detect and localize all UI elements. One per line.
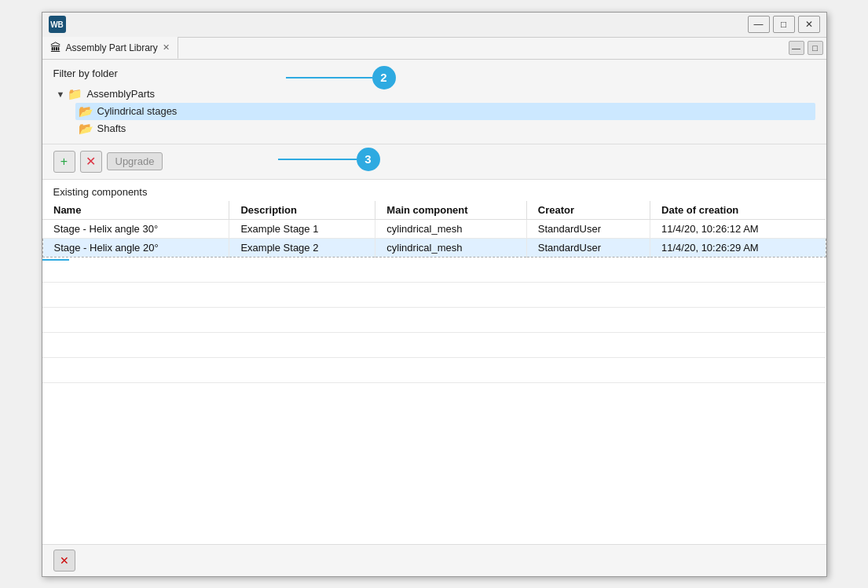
row2-date: 11/4/20, 10:26:29 AM: [650, 238, 826, 257]
add-button[interactable]: +: [53, 151, 75, 173]
bottom-close-button[interactable]: ✕: [53, 550, 75, 572]
app-icon: WB: [49, 16, 66, 33]
upgrade-button[interactable]: Upgrade: [107, 152, 163, 170]
components-table: Name Description Main component Creator …: [42, 201, 826, 383]
main-content: Filter by folder ▼ 📁 AssemblyParts 📂 Cyl…: [42, 60, 826, 544]
table-wrapper: Name Description Main component Creator …: [42, 201, 826, 544]
col-name: Name: [42, 201, 229, 220]
row1-name: Stage - Helix angle 30°: [42, 219, 229, 238]
tab-minimize-btn[interactable]: —: [789, 41, 804, 55]
title-bar-controls: — □ ✕: [748, 16, 820, 33]
table-row[interactable]: Stage - Helix angle 30° Example Stage 1 …: [42, 219, 826, 238]
row2-name: Stage - Helix angle 20°: [42, 238, 229, 257]
toolbar-section: + ✕ Upgrade 3: [42, 144, 826, 180]
table-row-empty-3: [42, 307, 826, 332]
title-bar-left: WB: [49, 16, 66, 33]
callout-2: 2: [372, 66, 396, 89]
row1-description: Example Stage 1: [229, 219, 375, 238]
table-header-row: Name Description Main component Creator …: [42, 201, 826, 220]
tab-assembly-part-library[interactable]: 🏛 Assembly Part Library ✕: [42, 37, 178, 59]
filter-section: Filter by folder ▼ 📁 AssemblyParts 📂 Cyl…: [42, 60, 826, 144]
bottom-bar: ✕: [42, 544, 826, 576]
tree-root-item[interactable]: ▼ 📁 AssemblyParts: [53, 86, 815, 103]
row2-main-component: cylindrical_mesh: [375, 238, 526, 257]
tab-bar: 🏛 Assembly Part Library ✕ — □: [42, 38, 826, 60]
tab-maximize-btn[interactable]: □: [808, 41, 823, 55]
tree-child-cylindrical[interactable]: 📂 Cylindrical stages: [75, 103, 815, 120]
callout-2-line: [286, 77, 372, 79]
folder-closed-icon-1: 📂: [79, 104, 93, 119]
filter-label: Filter by folder: [53, 68, 815, 79]
tree-child-shafts[interactable]: 📂 Shafts: [75, 120, 815, 137]
tree-child-label-1: Cylindrical stages: [97, 105, 178, 117]
tab-bar-right: — □: [789, 41, 826, 55]
tab-label: Assembly Part Library: [66, 42, 158, 53]
callout-1-group: 1: [42, 248, 69, 272]
tree-arrow-icon: ▼: [57, 89, 65, 99]
main-window: WB — □ ✕ 🏛 Assembly Part Library ✕ — □ F…: [42, 12, 827, 577]
components-header: Existing components: [42, 180, 826, 201]
row2-description: Example Stage 2: [229, 238, 375, 257]
col-main-component: Main component: [375, 201, 526, 220]
row1-date: 11/4/20, 10:26:12 AM: [650, 219, 826, 238]
table-row-empty-5: [42, 357, 826, 382]
col-date: Date of creation: [650, 201, 826, 220]
col-creator: Creator: [526, 201, 650, 220]
title-bar: WB — □ ✕: [42, 13, 826, 38]
minimize-button[interactable]: —: [748, 16, 770, 33]
tree-children: 📂 Cylindrical stages 📂 Shafts: [75, 103, 815, 137]
folder-closed-icon-2: 📂: [79, 122, 93, 136]
table-row-empty-2: [42, 282, 826, 307]
table-row[interactable]: Stage - Helix angle 20° Example Stage 2 …: [42, 238, 826, 257]
tab-icon: 🏛: [50, 42, 61, 54]
tree-child-label-2: Shafts: [97, 122, 126, 134]
row2-creator: StandardUser: [526, 238, 650, 257]
callout-1-line: [42, 259, 69, 261]
tree-container: ▼ 📁 AssemblyParts 📂 Cylindrical stages 📂…: [53, 84, 815, 139]
close-button[interactable]: ✕: [798, 16, 820, 33]
row1-main-component: cylindrical_mesh: [375, 219, 526, 238]
tab-close-button[interactable]: ✕: [163, 42, 170, 53]
maximize-button[interactable]: □: [773, 16, 795, 33]
table-row-empty-1: [42, 257, 826, 282]
folder-open-icon: 📁: [68, 87, 82, 101]
table-row-empty-4: [42, 332, 826, 357]
callout-3-line: [278, 159, 357, 160]
col-description: Description: [229, 201, 375, 220]
callout-3: 3: [357, 148, 380, 171]
tree-root-label: AssemblyParts: [86, 88, 155, 100]
components-section: Existing components Name Description Mai…: [42, 180, 826, 544]
remove-button[interactable]: ✕: [80, 151, 102, 173]
row1-creator: StandardUser: [526, 219, 650, 238]
